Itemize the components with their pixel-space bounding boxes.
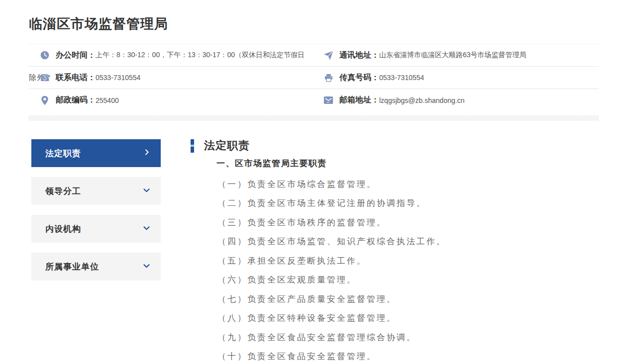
phone-icon: ☎ xyxy=(40,73,50,83)
duty-item: （十）负责全区食品安全监督管理。 xyxy=(217,347,601,364)
postcode-label: 邮政编码： xyxy=(56,95,96,105)
sidebar-item-internal-departments[interactable]: 内设机构 xyxy=(31,215,161,243)
duty-list: （一）负责全区市场综合监督管理。 （二）负责全区市场主体登记注册的协调指导。 （… xyxy=(217,175,601,364)
fax-value: 0533-7310554 xyxy=(379,74,424,82)
phone-label: 联系电话： xyxy=(56,73,96,83)
main-content: 法定职责 一、区市场监管局主要职责 （一）负责全区市场综合监督管理。 （二）负责… xyxy=(191,138,601,364)
chevron-down-icon xyxy=(142,224,151,234)
content-heading: 法定职责 xyxy=(204,138,250,153)
contact-office-hours: 办公时间： 上午：8：30-12：00，下午：13：30-17：00（双休日和法… xyxy=(29,44,322,67)
heading-marker-bar xyxy=(191,139,194,153)
contact-fax: 传真号码： 0533-7310554 xyxy=(322,67,599,89)
page: 临淄区市场监督管理局 办公时间： 上午：8：30-12：00，下午：13：30-… xyxy=(0,0,627,364)
chevron-down-icon xyxy=(142,186,151,196)
email-label: 邮箱地址： xyxy=(339,95,379,105)
sidebar-item-label: 所属事业单位 xyxy=(45,261,99,273)
duty-item: （三）负责全区市场秩序的监督管理。 xyxy=(217,213,601,232)
mail-icon xyxy=(323,95,333,105)
sidebar-nav: 法定职责 领导分工 内设机构 所属事业单位 xyxy=(31,139,161,290)
duty-item: （五）承担全区反垄断执法工作。 xyxy=(217,251,601,271)
hatched-divider xyxy=(29,115,599,121)
duty-item: （四）负责全区市场监管、知识产权综合执法工作。 xyxy=(217,232,601,252)
duty-item: （八）负责全区特种设备安全监督管理。 xyxy=(217,309,601,328)
pin-icon xyxy=(40,95,50,105)
duty-item: （七）负责全区产品质量安全监督管理。 xyxy=(217,289,601,309)
clock-icon xyxy=(40,50,50,60)
duty-item: （九）负责全区食品安全监督管理综合协调。 xyxy=(217,328,601,347)
fax-label: 传真号码： xyxy=(339,73,379,83)
chevron-down-icon xyxy=(142,262,151,272)
postcode-value: 255400 xyxy=(96,96,119,104)
contact-postcode: 邮政编码： 255400 xyxy=(29,89,322,111)
content-heading-row: 法定职责 xyxy=(191,138,601,153)
phone-value: 0533-7310554 xyxy=(96,74,140,82)
sidebar-item-label: 领导分工 xyxy=(45,185,81,197)
sidebar-item-leadership[interactable]: 领导分工 xyxy=(31,177,161,205)
sidebar-item-label: 内设机构 xyxy=(45,223,81,235)
sidebar-item-label: 法定职责 xyxy=(45,148,81,159)
content-subheading: 一、区市场监管局主要职责 xyxy=(216,158,601,169)
fax-icon xyxy=(323,73,333,83)
page-title: 临淄区市场监督管理局 xyxy=(29,15,168,33)
contact-info-panel: 办公时间： 上午：8：30-12：00，下午：13：30-17：00（双休日和法… xyxy=(29,44,599,111)
send-icon xyxy=(323,50,333,60)
duty-item: （六）负责全区宏观质量管理。 xyxy=(217,271,601,290)
duty-item: （一）负责全区市场综合监督管理。 xyxy=(217,175,601,194)
contact-address: 通讯地址： 山东省淄博市临淄区大顺路63号市场监督管理局 xyxy=(322,44,599,67)
sidebar-item-affiliated-institutions[interactable]: 所属事业单位 xyxy=(31,253,161,280)
office-hours-value: 上午：8：30-12：00，下午：13：30-17：00（双休日和法定节假日 xyxy=(96,51,305,60)
office-hours-label: 办公时间： xyxy=(56,50,96,61)
email-value: lzqgsjbgs@zb.shandong.cn xyxy=(379,96,464,104)
chevron-right-icon xyxy=(143,148,151,158)
contact-email: 邮箱地址： lzqgsjbgs@zb.shandong.cn xyxy=(322,89,599,111)
sidebar-item-legal-duties[interactable]: 法定职责 xyxy=(31,139,161,167)
address-label: 通讯地址： xyxy=(339,50,379,61)
duty-item: （二）负责全区市场主体登记注册的协调指导。 xyxy=(217,194,601,213)
address-value: 山东省淄博市临淄区大顺路63号市场监督管理局 xyxy=(379,51,526,60)
contact-phone: 除外） ☎ 联系电话： 0533-7310554 xyxy=(29,67,322,89)
